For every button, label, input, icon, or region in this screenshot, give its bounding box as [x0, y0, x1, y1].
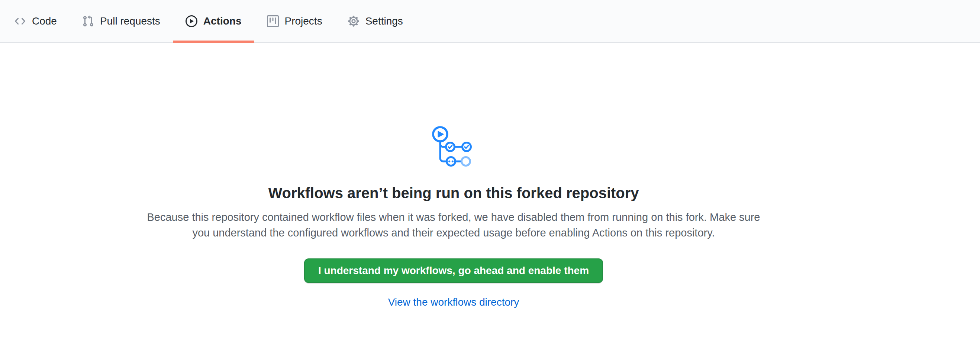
tab-label: Code	[32, 16, 57, 26]
actions-disabled-blankslate: Workflows aren’t being run on this forke…	[0, 43, 907, 308]
enable-workflows-button[interactable]: I understand my workflows, go ahead and …	[304, 259, 603, 283]
tab-label: Projects	[285, 16, 322, 26]
blankslate-heading: Workflows aren’t being run on this forke…	[268, 183, 639, 203]
project-icon	[267, 15, 279, 27]
github-actions-page: Code Pull requests	[0, 0, 980, 351]
blankslate-description: Because this repository contained workfl…	[145, 209, 762, 241]
workflow-graph-icon	[431, 126, 476, 167]
tab-projects[interactable]: Projects	[254, 0, 335, 42]
tab-settings[interactable]: Settings	[335, 0, 416, 42]
tab-label: Settings	[366, 16, 403, 26]
tab-label: Actions	[204, 16, 242, 26]
play-icon	[186, 15, 197, 27]
tab-actions[interactable]: Actions	[173, 0, 254, 42]
tab-label: Pull requests	[100, 16, 160, 26]
view-workflows-directory-link[interactable]: View the workflows directory	[388, 296, 519, 308]
tab-pull-requests[interactable]: Pull requests	[70, 0, 173, 42]
repo-tab-nav: Code Pull requests	[0, 0, 980, 43]
git-pull-request-icon	[82, 15, 94, 27]
code-icon	[14, 15, 26, 27]
gear-icon	[348, 15, 360, 27]
tab-code[interactable]: Code	[2, 0, 70, 42]
